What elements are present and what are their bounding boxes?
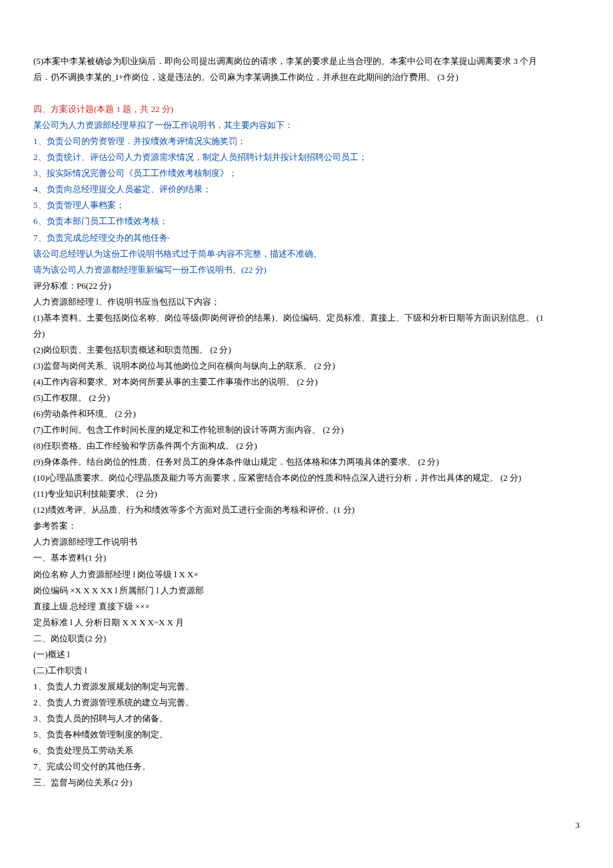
- answer-s2-item-6: 6、负责处理员工劳动关系: [33, 743, 580, 759]
- section-4-item-2: 2、负责统计、评估公司人力资源需求情况，制定人员招聘计划并按计划招聘公司员工；: [33, 149, 580, 165]
- answer-s2-item-7: 7、完成公司交付的其他任务。: [33, 759, 580, 775]
- section-4-p3: 请为该公司人力资源都经理重新编写一份工作说明书。(22 分): [33, 262, 580, 278]
- section-4-item-3: 3、按实际情况完善公司《员工工作绩效考核制度》；: [33, 165, 580, 181]
- answer-section-3: 三、监督与岗位关系(2 分): [33, 775, 580, 791]
- grading-item-9: (9)身体条件。结台岗位的性质、任务对员工的身体条件做山规定．包括体格和体力两项…: [33, 454, 580, 470]
- section-4-item-7: 7、负责完成总经理交办的其他任务·: [33, 230, 580, 246]
- page-number: 3: [33, 817, 580, 833]
- grading-item-4: (4)工作内容和要求。对本岗何所要从事的主要工作事项作出的说明。 (2 分): [33, 374, 580, 390]
- section-4-item-6: 6、负责本部门员工工作绩效考核；: [33, 213, 580, 229]
- reference-answer-title: 参考答案：: [33, 518, 580, 534]
- grading-item-3: (3)监督与岗何关系。说明本岗位与其他岗位之间在横向与纵向上的联系。 (2 分): [33, 358, 580, 374]
- answer-section-2: 二、岗位职责(2 分): [33, 631, 580, 647]
- answer-s1-line-2: 岗位编码 ×X X X XX l 所属部门 l 人力资源部: [33, 583, 580, 599]
- grading-item-7: (7)工作时间。包含工作时间长度的规定和工作轮班制的设计等两方面内容。 (2 分…: [33, 422, 580, 438]
- answer-s2-line-2: (二)工作职责 l: [33, 663, 580, 679]
- section-4-item-5: 5、负责管理人事档案；: [33, 197, 580, 213]
- grading-item-1a: (1)基本资料。土要包括岗位名称、岗位等级(即岗何评价的结果)、岗位编码、定员标…: [33, 310, 580, 326]
- intro-line-2: 后．仍不调换李某的_I+作岗位，这是违法的。公司麻为李某调换工作岗位，并承担在此…: [33, 69, 580, 85]
- grading-standard-title: 评分标准：P6(22 分): [33, 278, 580, 294]
- grading-item-2: (2)岗位职责。主要包括职责概述和职责范围。 (2 分): [33, 342, 580, 358]
- answer-s1-line-3: 直接上级 总经理 直接下级 ×××: [33, 599, 580, 615]
- grading-item-10: (10)心理晶质要求。岗位心理晶质及能力等方面要求，应紧密结合本岗位的性质和特点…: [33, 470, 580, 486]
- grading-item-5: (5)工作权限。 (2 分): [33, 390, 580, 406]
- answer-s2-item-3: 3、负责人员的招聘与人才的储备。: [33, 711, 580, 727]
- answer-s2-line-1: (一)概述 l: [33, 647, 580, 663]
- grading-item-8: (8)任职资格。由工作经验和学历条件两个方面构成。 (2 分): [33, 438, 580, 454]
- document-page: (5)本案中李某被确诊为职业病后．即向公司提出调离岗位的请求，李某的要求是止当合…: [33, 53, 580, 833]
- grading-item-11: (11)专业知识利技能要求。 (2 分): [33, 486, 580, 502]
- reference-answer-p1: 人力资源部经理工作说明书: [33, 534, 580, 550]
- intro-line-1: (5)本案中李某被确诊为职业病后．即向公司提出调离岗位的请求，李某的要求是止当合…: [33, 53, 580, 69]
- answer-s2-item-2: 2、负责人力资源管理系统的建立与完善。: [33, 695, 580, 711]
- grading-item-12: (12)绩效考评。从品质、行为和绩效等多个方面对员工进行全面的考核和评价。(1 …: [33, 502, 580, 518]
- answer-section-1: 一、基本资料(1 分): [33, 550, 580, 566]
- section-4-title: 四、方案设计题(本题 1 题，共 22 分): [33, 101, 580, 117]
- answer-s2-item-5: 5、负责各种绩效管理制度的制定。: [33, 727, 580, 743]
- grading-standard-p1: 人力资源部经理 l。作说明书应当包括以下内容；: [33, 294, 580, 310]
- grading-item-1b: 分): [33, 326, 580, 342]
- answer-s2-item-1: 1、负责人力资源发展规划的制定与完善。: [33, 679, 580, 695]
- section-4-item-1: 1、负责公司的劳资管理．并按绩效考评情况实施奖罚；: [33, 133, 580, 149]
- section-4-p2: 该公司总经理认为这份工作说明书格式过于简单-内容不完整，描述不准确。: [33, 246, 580, 262]
- grading-item-6: (6)劳动条件和环境。 (2 分): [33, 406, 580, 422]
- answer-s1-line-1: 岗位名称 人力资源部经理 l 岗位等级 l X X×: [33, 567, 580, 583]
- answer-s1-line-4: 定员标准 l 人 分析日期 X X X X~X X 月: [33, 615, 580, 631]
- section-4-item-4: 4、负责向总经理提交人员鉴定、评价的结果；: [33, 181, 580, 197]
- section-4-prompt: 某公司为人力资源部经理草拟了一份工作说明书，其主要内容如下：: [33, 117, 580, 133]
